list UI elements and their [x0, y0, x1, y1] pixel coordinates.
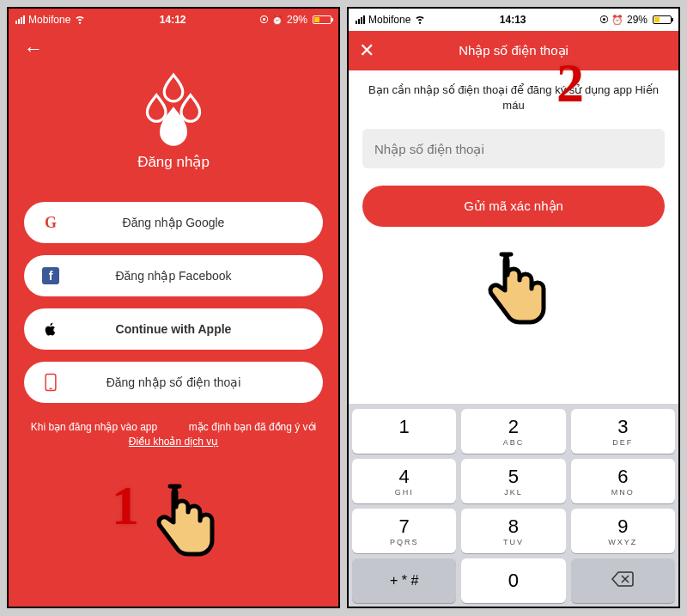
send-code-button[interactable]: Gửi mã xác nhận: [362, 186, 665, 227]
app-logo-icon: [135, 134, 212, 149]
login-screen: Mobifone 14:12 ⦿ ⏰ 29% ← Đăng nhập G: [7, 7, 340, 608]
google-login-label: Đăng nhập Google: [62, 216, 307, 229]
key-3[interactable]: 3DEF: [571, 409, 675, 454]
google-login-button[interactable]: G Đăng nhập Google: [24, 202, 323, 243]
step-badge-1: 1: [112, 474, 139, 538]
wifi-icon: [74, 13, 86, 27]
clock: 14:12: [86, 14, 259, 26]
key-5[interactable]: 5JKL: [461, 459, 565, 503]
phone-login-label: Đăng nhập số điện thoại: [62, 375, 307, 389]
modal-header: ✕ Nhập số điện thoại: [349, 31, 678, 70]
page-title: Đăng nhập: [24, 153, 323, 171]
battery-pct: 29%: [627, 14, 647, 26]
key-8[interactable]: 8TUV: [461, 509, 565, 553]
apple-icon: [40, 321, 62, 337]
battery-pct: 29%: [287, 14, 307, 26]
status-bar: Mobifone 14:13 ⦿ ⏰ 29%: [349, 9, 678, 31]
key-0[interactable]: 0: [461, 558, 565, 603]
clock: 14:13: [426, 14, 599, 26]
facebook-login-button[interactable]: f Đăng nhập Facebook: [24, 255, 323, 296]
hand-pointer-icon: [146, 474, 215, 572]
key-1[interactable]: 1: [352, 409, 456, 454]
wifi-icon: [414, 13, 426, 27]
signal-icon: [15, 15, 25, 24]
key-7[interactable]: 7PQRS: [352, 509, 456, 553]
phone-login-button[interactable]: Đăng nhập số điện thoại: [24, 362, 323, 403]
key-6[interactable]: 6MNO: [571, 459, 675, 503]
apple-login-button[interactable]: Continue with Apple: [24, 308, 323, 350]
battery-icon: [653, 15, 672, 24]
google-icon: G: [45, 214, 57, 232]
key-2[interactable]: 2ABC: [461, 409, 565, 454]
key-9[interactable]: 9WXYZ: [571, 509, 675, 553]
instruction-text: Bạn cần nhập số điện thoại để đăng ký sử…: [362, 82, 665, 113]
carrier-label: Mobifone: [368, 14, 410, 26]
carrier-label: Mobifone: [28, 14, 70, 26]
backspace-icon: [611, 570, 635, 591]
facebook-icon: f: [42, 267, 59, 284]
alarm-icon: ⦿ ⏰: [599, 15, 623, 26]
numeric-keypad: 1 2ABC 3DEF 4GHI 5JKL 6MNO 7PQRS 8TUV 9W…: [349, 404, 678, 607]
terms-link[interactable]: Điều khoản dịch vụ: [129, 436, 218, 448]
modal-title: Nhập số điện thoại: [380, 43, 668, 58]
terms-text: Khi bạn đăng nhập vào app mặc định bạn đ…: [24, 420, 323, 449]
key-4[interactable]: 4GHI: [352, 459, 456, 503]
key-backspace[interactable]: [571, 558, 675, 603]
alarm-icon: ⦿ ⏰: [259, 15, 283, 26]
phone-entry-screen: Mobifone 14:13 ⦿ ⏰ 29% ✕ Nhập số điện th…: [347, 7, 680, 608]
back-button[interactable]: ←: [24, 38, 323, 60]
hand-pointer-icon: [477, 242, 546, 340]
phone-icon: [40, 373, 62, 392]
signal-icon: [356, 15, 365, 24]
facebook-login-label: Đăng nhập Facebook: [62, 269, 307, 283]
battery-icon: [313, 15, 331, 24]
close-button[interactable]: ✕: [359, 40, 380, 62]
apple-login-label: Continue with Apple: [62, 322, 307, 336]
status-bar: Mobifone 14:12 ⦿ ⏰ 29%: [9, 9, 338, 31]
key-symbols[interactable]: + * #: [352, 558, 456, 603]
phone-number-input[interactable]: [362, 129, 665, 168]
